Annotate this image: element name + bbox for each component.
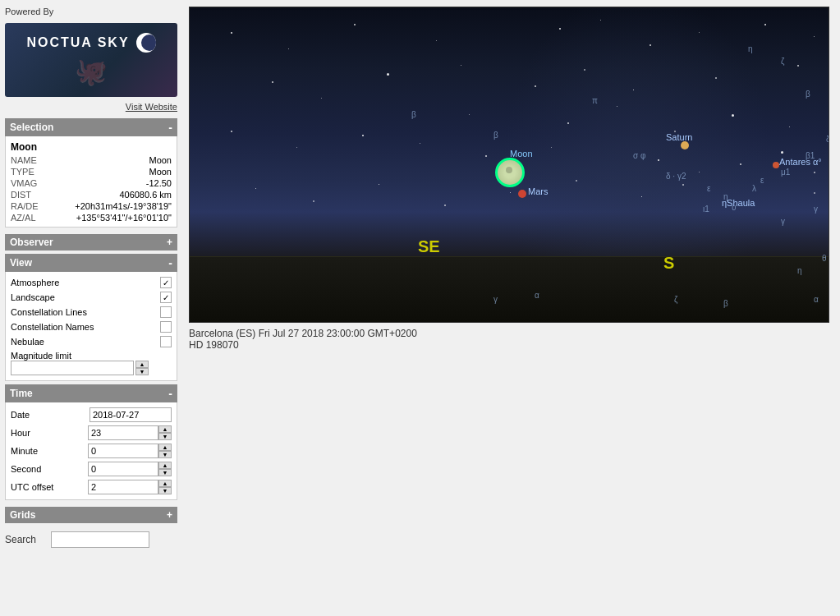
value-vmag: -12.50 — [146, 178, 172, 188]
time-toggle[interactable]: - — [168, 387, 172, 400]
bg-star — [296, 147, 297, 148]
landscape-label: Landscape — [11, 292, 55, 302]
nebulae-label: Nebulae — [11, 337, 44, 347]
bg-star — [313, 200, 314, 202]
nebulae-checkbox[interactable] — [160, 336, 172, 347]
bg-star — [255, 188, 256, 189]
sky-map[interactable]: β β π σ φ δ · γ2 ε η λ ι1 υ ε μ1 β1 δ β … — [189, 7, 829, 323]
selection-object-name: Moon — [11, 140, 172, 154]
view-row-const-lines: Constellation Lines — [11, 305, 172, 319]
bg-star — [715, 77, 717, 79]
second-up-button[interactable]: ▲ — [158, 462, 172, 469]
magnitude-input-row: ▲ ▼ — [11, 361, 172, 375]
second-spinner-row: ▲ ▼ — [88, 462, 172, 476]
second-row: Second ▲ ▼ — [11, 460, 172, 478]
bg-star — [814, 192, 815, 194]
second-input[interactable] — [88, 462, 158, 476]
utc-up-button[interactable]: ▲ — [158, 480, 172, 487]
minute-spinner-row: ▲ ▼ — [88, 444, 172, 458]
bg-star — [231, 131, 232, 132]
bg-star — [797, 65, 799, 67]
greek-label: α — [814, 295, 819, 304]
greek-label: σ φ — [633, 151, 645, 160]
view-toggle[interactable]: - — [168, 256, 172, 269]
utc-row: UTC offset ▲ ▼ — [11, 478, 172, 496]
bg-star — [321, 98, 322, 99]
greek-label: ε — [707, 184, 710, 193]
atmosphere-checkbox[interactable]: ✓ — [160, 277, 172, 288]
powered-by-label: Powered By — [5, 7, 177, 16]
search-label: Search — [5, 534, 46, 545]
magnitude-label: Magnitude limit — [11, 351, 172, 361]
label-type: TYPE — [11, 167, 34, 177]
bg-star — [641, 196, 642, 197]
minute-label: Minute — [11, 446, 38, 456]
direction-S: S — [663, 254, 674, 273]
selection-toggle[interactable]: - — [168, 121, 172, 134]
date-input[interactable] — [90, 407, 172, 422]
grids-toggle[interactable]: + — [167, 509, 172, 521]
second-down-button[interactable]: ▼ — [158, 469, 172, 476]
minute-up-button[interactable]: ▲ — [158, 444, 172, 451]
atmosphere-label: Atmosphere — [11, 278, 59, 287]
status-line1: Barcelona (ES) Fri Jul 27 2018 23:00:00 … — [189, 328, 833, 339]
time-section: Time - Date Hour ▲ ▼ Minute — [5, 384, 177, 500]
bg-star — [444, 205, 446, 206]
info-row-azal: AZ/AL +135°53'41"/+16°01'10" — [11, 212, 172, 223]
greek-label: δ — [826, 135, 829, 144]
saturn-dot — [681, 141, 689, 149]
hour-spinner: ▲ ▼ — [158, 425, 172, 440]
label-vmag: VMAG — [11, 178, 37, 188]
search-input[interactable] — [51, 531, 149, 548]
time-title: Time — [10, 388, 33, 399]
greek-label: μ1 — [781, 168, 790, 177]
label-dist: DIST — [11, 190, 31, 200]
hour-input[interactable] — [88, 425, 158, 440]
date-label: Date — [11, 410, 30, 420]
magnitude-down-button[interactable]: ▼ — [135, 368, 149, 375]
hour-spinner-row: ▲ ▼ — [88, 425, 172, 440]
shaula-label: ηShaula — [722, 198, 755, 208]
sky-map-info: Barcelona (ES) Fri Jul 27 2018 23:00:00 … — [189, 328, 833, 351]
bg-star — [379, 184, 379, 185]
utc-down-button[interactable]: ▼ — [158, 487, 172, 494]
grids-header[interactable]: Grids + — [5, 507, 177, 523]
bg-star — [436, 40, 437, 41]
status-line2: HD 198070 — [189, 339, 833, 351]
utc-input[interactable] — [88, 480, 158, 494]
observer-toggle[interactable]: + — [167, 237, 172, 248]
greek-label: η — [797, 266, 802, 275]
minute-row: Minute ▲ ▼ — [11, 442, 172, 460]
info-row-type: TYPE Moon — [11, 166, 172, 177]
const-names-checkbox[interactable] — [160, 321, 172, 333]
time-header[interactable]: Time - — [5, 384, 177, 402]
hour-down-button[interactable]: ▼ — [158, 433, 172, 440]
bg-star — [461, 65, 461, 66]
right-panel: β β π σ φ δ · γ2 ε η λ ι1 υ ε μ1 β1 δ β … — [182, 0, 840, 616]
magnitude-input[interactable] — [11, 361, 134, 375]
value-rade: +20h31m41s/-19°38'19" — [75, 201, 172, 211]
moon-crater — [506, 167, 512, 173]
greek-label: ζ — [674, 295, 677, 304]
bg-star — [658, 159, 659, 161]
selection-title: Selection — [10, 122, 53, 133]
const-lines-checkbox[interactable] — [160, 306, 172, 318]
bg-star — [617, 106, 617, 107]
info-row-name: NAME Moon — [11, 154, 172, 166]
logo-text: NOCTUA SKY — [26, 35, 129, 50]
landscape-checkbox[interactable]: ✓ — [160, 292, 172, 303]
magnitude-up-button[interactable]: ▲ — [135, 361, 149, 368]
view-header[interactable]: View - — [5, 254, 177, 272]
minute-input[interactable] — [88, 444, 158, 458]
hour-up-button[interactable]: ▲ — [158, 425, 172, 433]
greek-label: ε — [760, 176, 764, 185]
greek-label: η — [748, 44, 753, 53]
info-row-rade: RA/DE +20h31m41s/-19°38'19" — [11, 200, 172, 212]
observer-header[interactable]: Observer + — [5, 234, 177, 251]
search-row: Search — [5, 530, 177, 549]
selection-header[interactable]: Selection - — [5, 118, 177, 136]
minute-down-button[interactable]: ▼ — [158, 451, 172, 458]
greek-label: δ · γ2 — [666, 172, 686, 181]
bg-star — [231, 32, 232, 34]
visit-website-link[interactable]: Visit Website — [5, 102, 177, 112]
